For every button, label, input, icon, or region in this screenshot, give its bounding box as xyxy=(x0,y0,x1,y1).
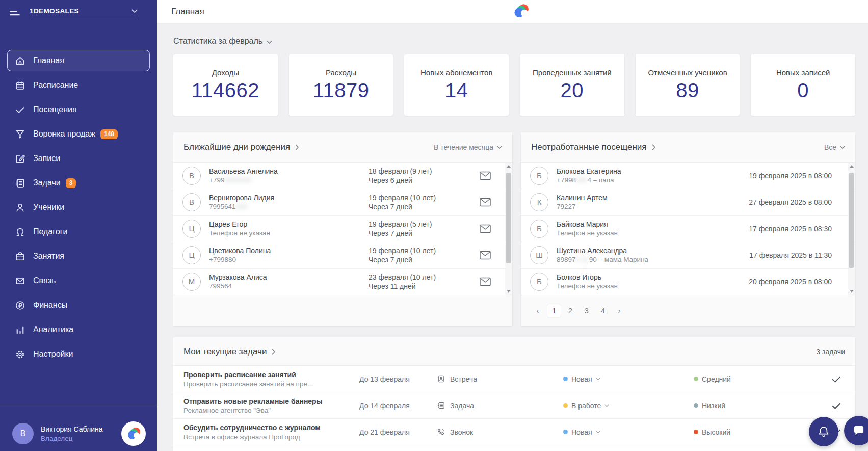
sidebar-item-students[interactable]: Ученики xyxy=(7,197,150,218)
sidebar-item-teachers[interactable]: Педагоги xyxy=(7,221,150,243)
birthday-date: 19 февраля (5 лет) xyxy=(369,220,474,228)
stat-label: Доходы xyxy=(212,68,239,77)
scrollbar-track[interactable] xyxy=(505,170,512,288)
pagination-page-1[interactable]: 1 xyxy=(547,304,561,317)
send-mail-icon[interactable] xyxy=(474,224,497,233)
sidebar-item-lessons[interactable]: Занятия xyxy=(7,246,150,267)
client-phone: Телефон не указан xyxy=(209,229,369,237)
visit-row[interactable]: Ш Шустина Александра 898970 1090 – мама … xyxy=(521,242,855,269)
scrollbar-track[interactable] xyxy=(848,170,855,288)
send-mail-icon[interactable] xyxy=(474,251,497,260)
stats-period-dropdown[interactable]: Статистика за февраль xyxy=(173,36,868,46)
complete-task-icon[interactable] xyxy=(831,374,842,385)
task-status-dropdown[interactable]: Новая xyxy=(563,375,694,383)
send-mail-icon[interactable] xyxy=(474,277,497,286)
pagination-page-3[interactable]: 3 xyxy=(580,304,593,317)
scrollbar[interactable] xyxy=(505,163,512,295)
visit-row[interactable]: Б Байкова Мария Телефон не указан 17 фев… xyxy=(521,216,855,242)
avatar: В xyxy=(182,167,201,185)
birthday-countdown: Через 7 дней xyxy=(369,203,474,211)
complete-task-icon[interactable] xyxy=(831,400,842,411)
sidebar-item-visits[interactable]: Посещения xyxy=(7,99,150,120)
task-status-dropdown[interactable]: В работе xyxy=(563,402,694,410)
task-status-dropdown[interactable]: Новая xyxy=(563,428,694,436)
chat-icon xyxy=(852,424,865,437)
client-phone: Телефон не указан xyxy=(557,282,749,290)
chevron-down-icon xyxy=(267,37,272,46)
visit-row[interactable]: Б Болков Игорь Телефон не указан 20 февр… xyxy=(521,269,855,295)
birthdays-list: В Васильева Ангелина +7990000000 18 февр… xyxy=(173,163,512,295)
organization-selector[interactable]: 1DEMOSALES xyxy=(30,6,138,20)
stat-value: 20 xyxy=(561,79,584,102)
chevron-down-icon xyxy=(497,146,502,149)
pagination-next[interactable]: › xyxy=(613,304,626,317)
user-name: Виктория Саблина xyxy=(41,425,121,433)
sidebar-item-finance[interactable]: Финансы xyxy=(7,295,150,316)
chevron-right-icon xyxy=(272,348,276,357)
scrollbar[interactable] xyxy=(848,163,855,295)
visits-title-link[interactable]: Неотработанные посещения xyxy=(531,142,656,152)
sidebar-item-communication[interactable]: Связь xyxy=(7,270,150,291)
sidebar-item-schedule[interactable]: Расписание xyxy=(7,74,150,96)
client-phone: 799564 xyxy=(209,282,369,290)
client-name: Шустина Александра xyxy=(557,247,749,255)
scroll-down-button[interactable] xyxy=(505,288,512,295)
notifications-button[interactable] xyxy=(809,417,838,446)
visits-filter[interactable]: Все xyxy=(824,143,845,151)
birthday-row[interactable]: В Васильева Ангелина +7990000000 18 февр… xyxy=(173,163,512,189)
scrollbar-thumb[interactable] xyxy=(506,173,511,263)
sidebar-item-analytics[interactable]: Аналитика xyxy=(7,319,150,340)
task-row[interactable]: Проверить расписание занятий Проверить р… xyxy=(173,366,855,392)
send-mail-icon[interactable] xyxy=(474,198,497,207)
birthday-row[interactable]: Ц Царев Егор Телефон не указан 19 феврал… xyxy=(173,216,512,242)
sidebar-item-records[interactable]: Записи xyxy=(7,148,150,169)
scrollbar-thumb[interactable] xyxy=(849,173,854,268)
teacher-icon xyxy=(14,226,25,237)
sidebar-item-sales-funnel[interactable]: Воронка продаж 148 xyxy=(7,123,150,145)
task-type: Звонок xyxy=(450,428,473,436)
visit-row[interactable]: К Калинин Артем 79227 27 февраля 2025 в … xyxy=(521,189,855,216)
sidebar-item-label: Воронка продаж xyxy=(33,129,95,139)
client-name: Болков Игорь xyxy=(557,273,749,281)
task-title: Обсудить сотрудничество с журналом xyxy=(183,423,359,432)
birthday-date: 18 февраля (9 лет) xyxy=(369,167,474,175)
priority-dot xyxy=(694,430,698,434)
birthday-countdown: Через 7 дней xyxy=(369,256,474,264)
birthdays-title-link[interactable]: Ближайшие дни рождения xyxy=(183,142,299,152)
edit-icon xyxy=(14,153,25,164)
scroll-up-button[interactable] xyxy=(848,163,855,170)
stat-value: 14 xyxy=(445,79,468,102)
pagination-page-4[interactable]: 4 xyxy=(596,304,610,317)
birthday-row[interactable]: Ц Цветикова Полина +799880 19 февраля (1… xyxy=(173,242,512,269)
stat-label: Новых записей xyxy=(776,68,830,77)
task-row[interactable]: Отправить новые рекламные баннеры Реклам… xyxy=(173,392,855,419)
sidebar-item-home[interactable]: Главная xyxy=(7,50,150,71)
pagination-prev[interactable]: ‹ xyxy=(531,304,544,317)
sidebar-item-label: Настройки xyxy=(33,350,73,359)
visit-row[interactable]: Б Блокова Екатерина +79980004 – папа 19 … xyxy=(521,163,855,189)
birthdays-period-filter[interactable]: В течение месяца xyxy=(434,143,502,151)
filter-label: В течение месяца xyxy=(434,143,493,151)
visit-datetime: 20 февраля 2025 в 08:00 xyxy=(749,278,840,286)
menu-toggle-icon[interactable] xyxy=(8,7,21,20)
send-mail-icon[interactable] xyxy=(474,171,497,180)
scroll-down-button[interactable] xyxy=(848,288,855,295)
page-title: Главная xyxy=(171,7,204,17)
tasks-title: Мои текущие задачи xyxy=(183,347,267,357)
status-dot xyxy=(563,377,568,381)
birthday-row[interactable]: В Вернигорова Лидия 7995641000 19 феврал… xyxy=(173,189,512,216)
client-name: Мурзакова Алиса xyxy=(209,273,369,281)
task-row[interactable]: Обсудить сотрудничество с журналом Встре… xyxy=(173,419,855,445)
scroll-up-button[interactable] xyxy=(505,163,512,170)
pagination-page-2[interactable]: 2 xyxy=(564,304,577,317)
envelope-icon xyxy=(14,275,25,286)
birthday-date: 19 февраля (10 лет) xyxy=(369,194,474,202)
tasks-title-link[interactable]: Мои текущие задачи xyxy=(183,347,276,357)
sidebar-item-tasks[interactable]: Задачи 3 xyxy=(7,172,150,194)
user-avatar[interactable]: В xyxy=(12,423,34,444)
sidebar-item-settings[interactable]: Настройки xyxy=(7,343,150,365)
task-due-date: До 13 февраля xyxy=(359,375,437,383)
user-info[interactable]: Виктория Саблина Владелец xyxy=(41,425,121,442)
stat-value: 11879 xyxy=(313,79,370,102)
birthday-row[interactable]: М Мурзакова Алиса 799564 23 февраля (10 … xyxy=(173,269,512,295)
